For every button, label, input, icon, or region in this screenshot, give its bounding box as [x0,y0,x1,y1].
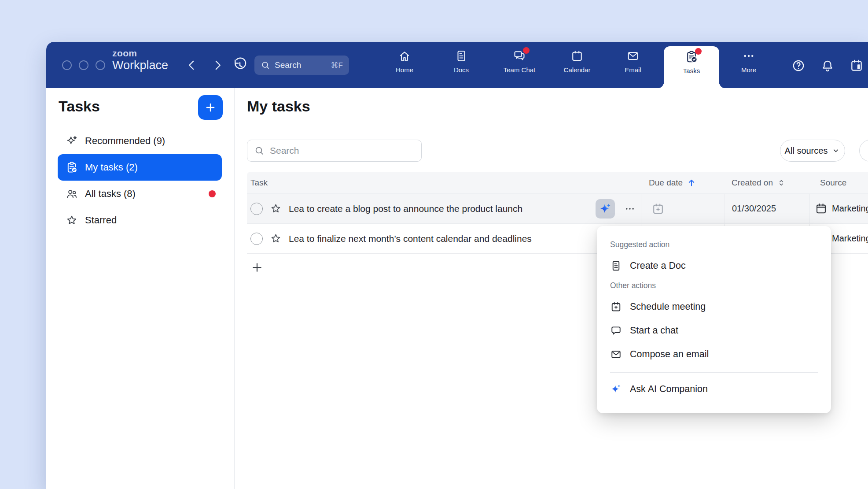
history-button[interactable] [232,57,248,74]
column-header-created-on[interactable]: Created on [725,178,809,188]
nav-home-label: Home [396,66,413,74]
nav-tasks-active-tab[interactable]: Tasks [664,46,719,88]
email-icon [626,49,640,63]
window-control-minimize[interactable] [79,60,88,70]
column-header-task: Task [247,178,641,188]
add-task-button[interactable] [198,95,223,120]
chevron-right-icon [210,58,224,72]
docs-icon [454,49,468,63]
star-icon[interactable] [270,203,282,215]
sidebar-item-starred[interactable]: Starred [58,207,222,233]
plus-icon [204,101,217,114]
menu-item-compose-email[interactable]: Compose an email [610,342,818,366]
due-date-cell[interactable] [641,194,725,223]
star-icon[interactable] [270,233,282,244]
chevron-down-icon [831,146,840,155]
nav-team-chat[interactable]: Team Chat [493,49,545,83]
sidebar-item-my-tasks[interactable]: My tasks (2) [58,154,222,181]
nav-more-label: More [741,66,756,74]
task-title[interactable]: Lea to create a blog post to announce th… [289,204,522,214]
chat-bubble-icon [610,325,622,337]
more-icon [742,49,756,63]
table-header: Task Due date Created on Source [247,172,868,194]
nav-home[interactable]: Home [379,49,430,83]
more-actions-button[interactable] [622,201,638,217]
team-chat-notification-dot [523,47,530,54]
created-on-cell: 01/30/2025 [725,194,809,223]
task-search-input[interactable] [270,145,415,156]
nav-tasks-label: Tasks [683,67,700,74]
sources-filter-label: All sources [785,146,828,156]
calendar-plus-icon [610,301,622,313]
sparkle-icon [66,135,78,147]
nav-tasks[interactable]: Tasks [666,50,717,84]
window-control-zoom[interactable] [96,60,105,70]
zoom-workplace-window: zoom Workplace ⌘F Home [46,42,868,489]
menu-item-start-chat[interactable]: Start a chat [610,319,818,342]
sidebar-item-label: All tasks (8) [85,188,136,200]
ai-actions-popup: Suggested action Create a Doc Other acti… [597,226,831,413]
nav-more[interactable]: More [723,49,775,83]
nav-team-chat-label: Team Chat [504,66,536,74]
ai-companion-button[interactable] [596,199,615,219]
menu-item-schedule-meeting[interactable]: Schedule meeting [610,295,818,319]
workplace-logo: zoom Workplace [112,48,168,71]
bell-icon [820,59,835,73]
task-search [247,140,422,162]
nav-calendar-label: Calendar [564,66,591,74]
source-cell: Marketing [809,194,868,223]
schedule-panel-button[interactable] [849,58,864,73]
nav-calendar[interactable]: Calendar [551,49,603,83]
notifications-button[interactable] [820,58,835,73]
doc-icon [610,260,622,272]
sort-icon [776,178,786,188]
back-button[interactable] [185,58,199,72]
search-icon [254,145,265,156]
nav-docs-label: Docs [454,66,469,74]
help-button[interactable] [791,58,806,73]
ai-companion-icon [610,383,622,395]
sidebar-item-recommended[interactable]: Recommended (9) [58,128,222,154]
sidebar-item-label: Recommended (9) [85,135,165,147]
task-checkbox[interactable] [250,203,263,215]
forward-button[interactable] [210,58,224,72]
calendar-icon [570,49,584,63]
menu-divider [610,372,818,373]
filter-button-partial[interactable] [859,140,868,162]
table-row[interactable]: Lea to create a blog post to announce th… [247,194,868,224]
search-shortcut: ⌘F [331,61,343,70]
nav-email[interactable]: Email [607,49,659,83]
people-icon [66,188,78,200]
nav-docs[interactable]: Docs [435,49,487,83]
main-panel: My tasks All sources Task Due date [235,88,868,489]
nav-email-label: Email [625,66,641,74]
menu-item-ask-ai-companion[interactable]: Ask AI Companion [610,377,818,401]
calendar-panel-icon [850,59,864,73]
sidebar-item-label: Starred [85,215,117,226]
workplace-wordmark: Workplace [112,59,168,71]
window-controls [62,60,105,70]
calendar-icon [815,202,828,215]
source-label: Marketing [832,233,868,244]
history-icon [232,57,248,74]
page-title: My tasks [247,98,310,115]
menu-item-create-doc[interactable]: Create a Doc [610,254,818,278]
help-icon [791,59,805,73]
sort-ascending-icon [686,178,697,188]
titlebar: zoom Workplace ⌘F Home [46,42,868,88]
home-icon [397,49,412,63]
envelope-icon [610,348,622,360]
global-search-input[interactable] [275,60,327,70]
sidebar-item-all-tasks[interactable]: All tasks (8) [58,181,222,207]
column-header-due-date[interactable]: Due date [641,178,725,188]
sources-filter-dropdown[interactable]: All sources [780,140,845,162]
sidebar: Tasks Recommended (9) [46,88,235,489]
plus-icon [250,261,264,274]
calendar-plus-icon [651,202,665,215]
suggested-action-label: Suggested action [610,240,818,249]
task-title[interactable]: Lea to finalize next month’s content cal… [289,233,532,244]
all-tasks-notification-dot [209,190,216,197]
window-control-close[interactable] [62,60,72,70]
task-checkbox[interactable] [250,233,263,245]
source-label: Marketing [832,204,868,214]
